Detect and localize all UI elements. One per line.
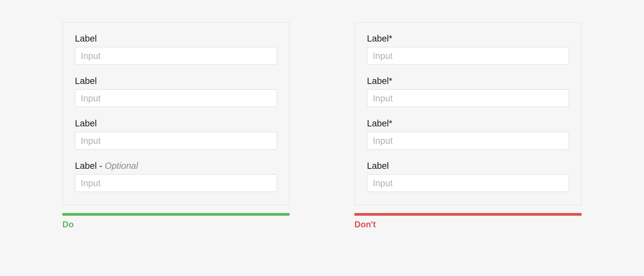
label-text: Label [367,161,389,171]
field-label: Label* [367,75,569,86]
label-text: Label* [367,33,392,43]
form-field: Label [367,160,569,192]
form-field: Label - Optional [75,160,277,192]
text-input[interactable] [75,174,277,192]
dont-indicator-bar [354,213,582,216]
field-label: Label* [367,33,569,44]
text-input[interactable] [367,174,569,192]
label-optional: Optional [105,161,138,171]
form-field: Label* [367,118,569,150]
text-input[interactable] [367,89,569,107]
label-text: Label [75,118,97,128]
label-text: Label* [367,118,392,128]
do-example: Label Label Label Label - Optional [62,22,290,276]
field-label: Label [75,75,277,86]
dont-example: Label* Label* Label* Label [354,22,582,276]
text-input[interactable] [75,47,277,65]
field-label: Label - Optional [75,160,277,171]
form-field: Label [75,75,277,107]
text-input[interactable] [367,132,569,150]
form-field: Label* [367,33,569,65]
field-label: Label [367,160,569,171]
text-input[interactable] [75,132,277,150]
dont-caption: Don't [354,220,582,229]
field-label: Label* [367,118,569,129]
do-caption: Do [62,220,290,229]
do-panel: Label Label Label Label - Optional [62,22,290,205]
label-separator: - [97,161,105,171]
form-field: Label* [367,75,569,107]
label-text: Label [75,76,97,86]
do-indicator-bar [62,213,290,216]
form-field: Label [75,118,277,150]
label-text: Label [75,161,97,171]
field-label: Label [75,118,277,129]
field-label: Label [75,33,277,44]
text-input[interactable] [75,89,277,107]
text-input[interactable] [367,47,569,65]
label-text: Label [75,33,97,43]
label-text: Label* [367,76,392,86]
form-field: Label [75,33,277,65]
dont-panel: Label* Label* Label* Label [354,22,582,205]
comparison-stage: Label Label Label Label - Optional [0,0,644,276]
